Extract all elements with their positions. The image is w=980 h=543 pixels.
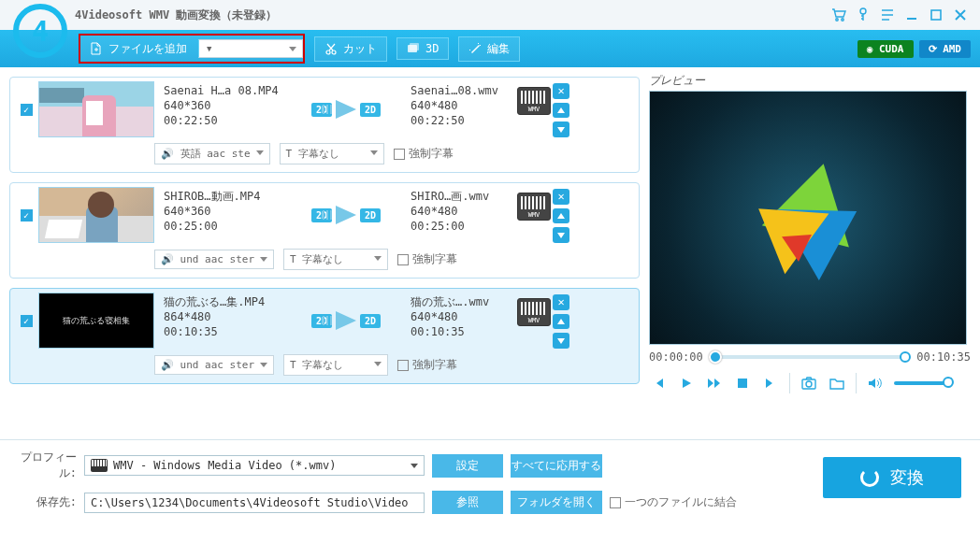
convert-label: 変換 xyxy=(890,466,924,489)
cut-button[interactable]: カット xyxy=(314,36,387,62)
arrow-icon xyxy=(336,206,356,224)
seek-slider[interactable] xyxy=(711,355,909,359)
item-checkbox[interactable]: ✓ xyxy=(14,293,38,349)
next-icon[interactable] xyxy=(761,375,780,392)
time-total: 00:10:35 xyxy=(916,350,971,364)
subtitle-select[interactable]: T 字幕なし xyxy=(283,249,388,270)
arrow-icon xyxy=(336,100,356,119)
item-up-button[interactable] xyxy=(553,208,569,224)
item-down-button[interactable] xyxy=(553,333,569,349)
output-format-box: WMV xyxy=(517,81,551,137)
time-bar: 00:00:00 00:10:35 xyxy=(649,350,971,364)
volume-slider[interactable] xyxy=(894,381,948,385)
profile-select[interactable]: WMV - Windows Media Video (*.wmv) xyxy=(84,455,425,476)
cut-label: カット xyxy=(343,41,377,57)
edit-button[interactable]: 編集 xyxy=(458,36,520,62)
app-logo xyxy=(13,4,69,60)
out-dur: 00:25:00 xyxy=(411,219,517,234)
volume-icon[interactable] xyxy=(866,375,885,392)
browse-button[interactable]: 参照 xyxy=(432,491,503,514)
key-icon[interactable] xyxy=(851,5,875,25)
output-format-box: WMV xyxy=(517,293,551,349)
item-down-button[interactable] xyxy=(553,227,569,243)
cuda-button[interactable]: ◉ CUDA xyxy=(858,40,914,58)
item-up-button[interactable] xyxy=(553,103,569,119)
out-dur: 00:22:50 xyxy=(411,113,517,128)
menu-icon[interactable] xyxy=(875,5,900,25)
prev-icon[interactable] xyxy=(649,375,668,392)
subtitle-select[interactable]: T 字幕なし xyxy=(280,143,384,164)
out-name: Saenai…08.wmv xyxy=(411,83,517,98)
add-file-button[interactable]: ファイルを追加 ▼ xyxy=(79,34,305,64)
profile-label: プロフィール: xyxy=(11,450,77,481)
open-folder-icon[interactable] xyxy=(828,375,846,392)
refresh-icon xyxy=(860,468,879,487)
list-item[interactable]: ✓ Saenai H…a 08.MP4 640*360 00:22:50 2D … xyxy=(9,77,640,173)
audio-track-select[interactable]: 🔊 英語 aac ste xyxy=(154,143,270,164)
src-res: 640*360 xyxy=(164,204,287,219)
svg-point-2 xyxy=(860,8,866,14)
svg-point-1 xyxy=(842,19,843,21)
apply-all-button[interactable]: すべてに応用する xyxy=(511,454,602,478)
list-item[interactable]: ✓ SHIROB…動画.MP4 640*360 00:25:00 2D 2D S… xyxy=(9,182,640,279)
minimize-icon[interactable] xyxy=(900,5,924,25)
source-info: 猫の荒ぶる…集.MP4 864*480 00:10:35 xyxy=(154,293,287,349)
badge-2d-out: 2D xyxy=(360,314,381,328)
output-info: Saenai…08.wmv 640*480 00:22:50 xyxy=(405,81,517,137)
src-dur: 00:10:35 xyxy=(164,324,287,339)
play-icon[interactable] xyxy=(677,375,696,392)
close-icon[interactable] xyxy=(948,5,973,25)
add-file-dropdown-icon[interactable]: ▼ xyxy=(198,39,303,58)
forced-subtitle-checkbox[interactable]: 強制字幕 xyxy=(394,146,454,162)
audio-track-select[interactable]: 🔊 und aac ster xyxy=(154,250,274,269)
edit-label: 編集 xyxy=(487,41,510,57)
add-file-label: ファイルを追加 xyxy=(108,41,187,57)
preview-label: プレビュー xyxy=(649,73,971,89)
profile-value: WMV - Windows Media Video (*.wmv) xyxy=(113,459,336,472)
subtitle-select[interactable]: T 字幕なし xyxy=(283,354,388,376)
badge-2d-out: 2D xyxy=(360,208,381,222)
item-close-button[interactable]: ✕ xyxy=(553,189,569,205)
conversion-flow: 2D 2D xyxy=(287,187,405,243)
svg-point-5 xyxy=(332,50,336,54)
settings-button[interactable]: 設定 xyxy=(432,454,503,478)
conversion-flow: 2D 2D xyxy=(287,293,405,349)
3d-button[interactable]: 3D xyxy=(396,37,449,60)
3d-icon xyxy=(407,43,420,54)
src-dur: 00:22:50 xyxy=(164,113,287,128)
fast-forward-icon[interactable] xyxy=(705,375,724,392)
open-folder-button[interactable]: フォルダを開く xyxy=(511,491,602,514)
thumbnail: 猫の荒ぶる寝相集 xyxy=(38,293,154,349)
toolbar: ファイルを追加 ▼ カット 3D 編集 ◉ CUDA ⟳ AMD xyxy=(0,30,980,67)
item-down-button[interactable] xyxy=(553,121,569,137)
out-name: 猫の荒ぶ….wmv xyxy=(411,294,517,309)
svg-point-0 xyxy=(836,19,838,21)
merge-one-checkbox[interactable]: 一つのファイルに結合 xyxy=(610,494,737,510)
audio-track-select[interactable]: 🔊 und aac ster xyxy=(154,355,274,375)
forced-subtitle-checkbox[interactable]: 強制字幕 xyxy=(397,251,457,267)
source-info: Saenai H…a 08.MP4 640*360 00:22:50 xyxy=(154,81,287,137)
thumbnail xyxy=(38,81,154,137)
stop-icon[interactable] xyxy=(733,375,752,392)
add-file-icon xyxy=(90,42,103,55)
forced-subtitle-checkbox[interactable]: 強制字幕 xyxy=(397,357,457,373)
out-res: 640*480 xyxy=(411,204,517,219)
conversion-flow: 2D 2D xyxy=(287,81,405,137)
item-close-button[interactable]: ✕ xyxy=(553,294,569,310)
item-checkbox[interactable]: ✓ xyxy=(14,187,38,243)
output-format-box: WMV xyxy=(517,187,551,243)
save-path-label: 保存先: xyxy=(11,494,77,510)
cart-icon[interactable] xyxy=(827,5,851,25)
snapshot-icon[interactable] xyxy=(800,375,818,392)
player-controls xyxy=(649,373,971,393)
item-close-button[interactable]: ✕ xyxy=(553,83,569,99)
item-up-button[interactable] xyxy=(553,314,569,330)
list-item[interactable]: ✓ 猫の荒ぶる寝相集 猫の荒ぶる…集.MP4 864*480 00:10:35 … xyxy=(9,288,640,384)
item-checkbox[interactable]: ✓ xyxy=(14,81,38,137)
amd-button[interactable]: ⟳ AMD xyxy=(919,40,972,58)
out-dur: 00:10:35 xyxy=(411,324,517,339)
convert-button[interactable]: 変換 xyxy=(823,457,961,498)
maximize-icon[interactable] xyxy=(924,5,948,25)
save-path-input[interactable]: C:\Users\1234\Documents\4Videosoft Studi… xyxy=(84,493,425,513)
time-current: 00:00:00 xyxy=(649,350,703,364)
